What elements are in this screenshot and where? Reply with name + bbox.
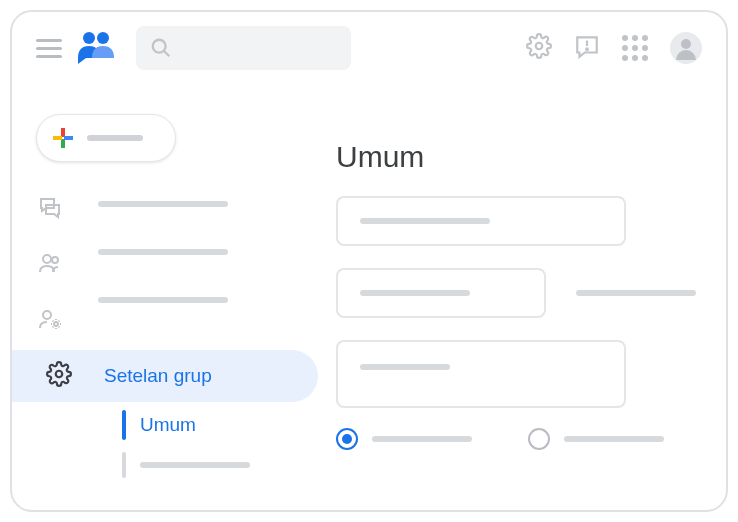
svg-point-11 — [56, 371, 63, 378]
svg-point-8 — [52, 257, 58, 263]
people-settings-icon[interactable] — [38, 307, 62, 335]
sidebar-icon-rail — [12, 177, 88, 510]
app-frame: Setelan grup Umum Umum — [10, 10, 728, 512]
text-field[interactable] — [336, 196, 626, 246]
radio-option-selected[interactable] — [336, 428, 358, 450]
svg-point-1 — [97, 32, 109, 44]
svg-point-2 — [153, 40, 166, 53]
svg-point-6 — [586, 48, 588, 50]
page-title: Umum — [336, 140, 700, 174]
search-input[interactable] — [136, 26, 351, 70]
sidebar-item-placeholder[interactable] — [98, 297, 228, 303]
radio-option[interactable] — [528, 428, 550, 450]
svg-line-3 — [164, 51, 170, 57]
sidebar-subitem-placeholder[interactable] — [122, 452, 250, 478]
main-content: Umum — [336, 140, 700, 510]
apps-icon[interactable] — [622, 35, 648, 61]
svg-point-0 — [83, 32, 95, 44]
sidebar-subitem-label: Umum — [140, 414, 196, 436]
sidebar-subitem-general[interactable]: Umum — [122, 410, 196, 440]
conversations-icon[interactable] — [38, 195, 62, 223]
create-button[interactable] — [36, 114, 176, 162]
search-icon — [150, 37, 172, 59]
groups-logo-icon[interactable] — [76, 28, 116, 68]
people-icon[interactable] — [38, 251, 62, 279]
field-suffix-placeholder — [576, 290, 696, 296]
svg-point-4 — [536, 43, 543, 50]
svg-point-10 — [54, 322, 58, 326]
gear-icon — [46, 361, 72, 391]
feedback-icon[interactable] — [574, 33, 600, 63]
settings-icon[interactable] — [526, 33, 552, 63]
plus-icon — [53, 128, 73, 148]
sidebar-item-placeholder[interactable] — [98, 249, 228, 255]
sidebar-item-group-settings[interactable]: Setelan grup — [12, 350, 318, 402]
account-avatar[interactable] — [670, 32, 702, 64]
svg-point-9 — [43, 311, 51, 319]
radio-group — [336, 428, 700, 450]
menu-icon[interactable] — [36, 39, 62, 58]
radio-label-placeholder — [564, 436, 664, 442]
active-indicator — [122, 410, 126, 440]
text-field[interactable] — [336, 268, 546, 318]
sidebar-item-placeholder[interactable] — [98, 201, 228, 207]
radio-label-placeholder — [372, 436, 472, 442]
textarea-field[interactable] — [336, 340, 626, 408]
create-label-placeholder — [87, 135, 143, 141]
svg-point-7 — [43, 255, 51, 263]
header-bar — [12, 12, 726, 78]
sidebar-selected-label: Setelan grup — [104, 365, 212, 387]
